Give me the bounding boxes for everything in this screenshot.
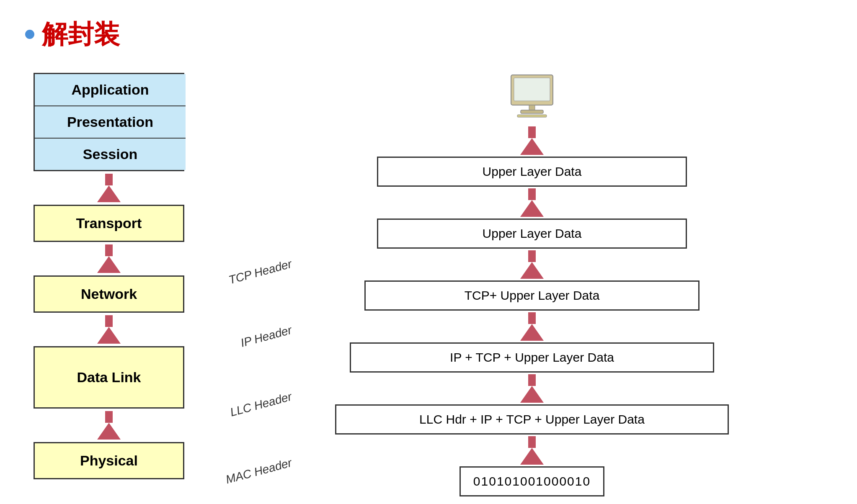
main-layout: Application Presentation Session Transpo…	[25, 73, 832, 496]
arrow-computer-down	[520, 126, 544, 155]
osi-transport-layer: Transport	[34, 205, 184, 242]
data-box-llc-data: IP + TCP + Upper Layer Data	[350, 342, 714, 373]
page-container: 解封装 Application Presentation Session Tra…	[0, 0, 857, 504]
binary-box: 010101001000010	[459, 466, 604, 496]
osi-application-layer: Application	[35, 74, 186, 106]
title-area: 解封装	[25, 17, 832, 52]
tcp-header-label: TCP Header	[193, 257, 293, 296]
osi-presentation-layer: Presentation	[35, 106, 186, 139]
svg-rect-3	[521, 110, 543, 113]
arrow-datalink-to-physical	[97, 411, 121, 440]
osi-stack: Application Presentation Session Transpo…	[25, 73, 193, 479]
ip-header-label: IP Header	[193, 324, 293, 363]
osi-session-layer: Session	[35, 139, 186, 170]
data-box-upper-layer-top: Upper Layer Data	[377, 157, 687, 187]
arrow-1	[520, 250, 544, 279]
data-box-ip-tcp-upper: TCP+ Upper Layer Data	[364, 280, 700, 311]
arrow-4	[520, 436, 544, 465]
osi-physical-layer: Physical	[34, 442, 184, 479]
arrow-network-to-datalink	[97, 315, 121, 344]
labels-column: TCP Header IP Header LLC Header MAC Head…	[193, 73, 293, 496]
arrow-3	[520, 374, 544, 403]
data-box-mac-data: LLC Hdr + IP + TCP + Upper Layer Data	[335, 404, 729, 435]
boxes-column: Upper Layer Data Upper Layer Data TCP+ U…	[293, 73, 771, 496]
svg-rect-2	[529, 105, 535, 110]
osi-datalink-layer: Data Link	[34, 346, 184, 409]
page-title: 解封装	[42, 17, 120, 52]
diagram-area: TCP Header IP Header LLC Header MAC Head…	[193, 73, 771, 496]
arrow-0	[520, 188, 544, 217]
llc-header-label: LLC Header	[193, 390, 293, 429]
arrow-transport-to-network	[97, 244, 121, 273]
svg-rect-1	[514, 78, 550, 101]
mac-header-label: MAC Header	[193, 456, 293, 495]
data-box-tcp-upper: Upper Layer Data	[377, 219, 687, 249]
osi-network-layer: Network	[34, 275, 184, 313]
svg-rect-4	[517, 115, 547, 117]
arrow-upper-to-transport	[97, 174, 121, 202]
computer-icon	[505, 73, 559, 121]
osi-group-upper: Application Presentation Session	[34, 73, 184, 171]
arrow-2	[520, 312, 544, 341]
title-bullet	[25, 30, 34, 39]
